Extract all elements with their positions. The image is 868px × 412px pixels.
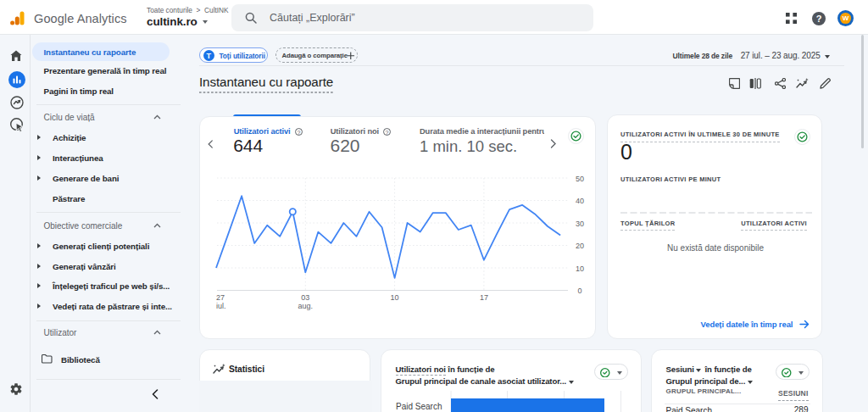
svg-text:10: 10 xyxy=(576,264,584,273)
svg-text:0: 0 xyxy=(577,287,581,295)
svg-text:aug.: aug. xyxy=(298,302,314,310)
svg-text:iul.: iul. xyxy=(216,302,226,310)
svg-text:50: 50 xyxy=(576,175,584,183)
svg-text:20: 20 xyxy=(576,242,584,250)
svg-text:30: 30 xyxy=(576,220,584,228)
svg-text:27: 27 xyxy=(216,293,225,302)
svg-text:Paid Search: Paid Search xyxy=(396,402,442,411)
svg-text:17: 17 xyxy=(480,293,488,302)
svg-text:40: 40 xyxy=(576,197,584,205)
svg-text:03: 03 xyxy=(301,293,309,302)
svg-text:10: 10 xyxy=(391,293,399,302)
